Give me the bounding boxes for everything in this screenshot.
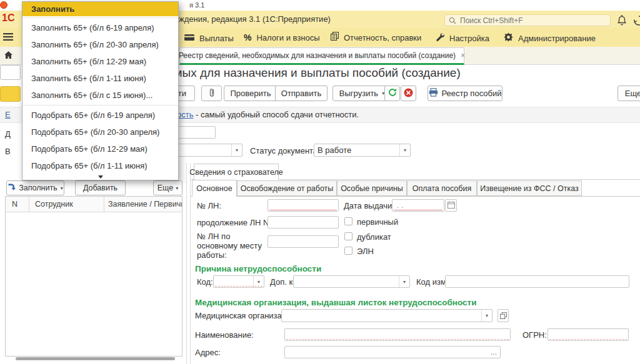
chevron-down-icon[interactable]: ▾: [399, 144, 410, 156]
menu-item-pick65-1[interactable]: Подобрать 65+ (б/л 6-19 апреля): [22, 107, 178, 124]
chevron-down-icon[interactable]: ▾: [399, 276, 409, 287]
medorg-open-button[interactable]: [498, 309, 509, 322]
menu-item-reports[interactable]: Отчетность, справки: [331, 32, 421, 43]
menu-item-pick65-3[interactable]: Подобрать 65+ (б/л 12-29 мая): [22, 140, 178, 157]
continuation-input[interactable]: [268, 216, 339, 229]
name-input[interactable]: [284, 328, 511, 341]
search-input[interactable]: [459, 16, 599, 26]
type-combo-fragment[interactable]: ▾: [168, 144, 242, 157]
document-tab-label: Реестр сведений, необходимых для назначе…: [179, 51, 456, 60]
refresh-icon: [388, 88, 397, 99]
menu-item-fill65-1[interactable]: Заполнить 65+ (б/л 6-19 апреля): [22, 19, 178, 36]
bell-icon: [617, 17, 627, 27]
duplicate-checkbox[interactable]: [344, 232, 352, 240]
history-icon: [633, 17, 640, 28]
primary-checkbox[interactable]: [344, 217, 352, 225]
fill-button[interactable]: Заполнить ▾: [6, 180, 64, 195]
column-divider[interactable]: [29, 197, 29, 212]
more-toolbar-button[interactable]: Еще: [618, 86, 640, 101]
document-tab[interactable]: Реестр сведений, необходимых для назначе…: [179, 47, 464, 65]
global-search[interactable]: [444, 14, 611, 26]
menu-item-fill65-2[interactable]: Заполнить 65+ (б/л 20-30 апреля): [22, 36, 178, 53]
send-button-label: Отправить: [281, 89, 321, 98]
column-header-n[interactable]: N: [12, 200, 18, 209]
menu-item-pick65-4[interactable]: Подобрать 65+ (б/л 1-11 июня): [22, 157, 178, 174]
primary-label: первичный: [357, 217, 398, 227]
horizontal-scrollbar[interactable]: [16, 357, 175, 360]
menu-item-fill65-3[interactable]: Заполнить 65+ (б/л 12-29 мая): [22, 53, 178, 70]
tab-payment-label: Оплата пособия: [412, 184, 471, 193]
refresh-button[interactable]: [384, 86, 400, 101]
chevron-down-icon[interactable]: ▾: [481, 310, 492, 322]
banner-text: ость - самый удобный способ сдачи отчетн…: [177, 110, 359, 119]
chevron-down-icon[interactable]: ▾: [253, 276, 264, 287]
code-combo[interactable]: ▾: [213, 275, 264, 288]
menu-item-fill65-5[interactable]: Заполнить 65+ (б/л с 15 июня)...: [22, 87, 178, 104]
add-button-label: Добавить: [83, 184, 118, 192]
status-combo[interactable]: В работе ▾: [314, 144, 411, 157]
main-menu-button[interactable]: [3, 32, 13, 43]
menu-item-fill[interactable]: Заполнить: [22, 2, 178, 16]
banner-left-link-fragment[interactable]: Е: [5, 110, 11, 119]
medorg-combo[interactable]: ▾: [281, 309, 492, 322]
main-ln-input[interactable]: [268, 235, 339, 248]
calendar-icon: [448, 200, 455, 211]
menu-item-settings[interactable]: Настройка: [436, 32, 489, 44]
add-button[interactable]: Добавить: [75, 180, 126, 195]
panel-splitter[interactable]: [186, 164, 187, 364]
status-value: В работе: [318, 145, 351, 155]
calendar-button[interactable]: [445, 199, 457, 212]
scroll-down-icon: [98, 175, 103, 179]
home-button[interactable]: [4, 51, 13, 62]
menu-label-taxes: Налоги и взносы: [256, 33, 319, 42]
tab-release[interactable]: Освобождение от работы: [237, 180, 337, 196]
menu-item-pick65-2[interactable]: Подобрать 65+ (б/л 20-30 апреля): [22, 124, 178, 140]
address-input[interactable]: ...: [284, 346, 501, 358]
history-button[interactable]: [633, 15, 640, 29]
addcode-combo[interactable]: ▾: [293, 275, 410, 288]
cancel-button[interactable]: [401, 86, 416, 101]
send-button[interactable]: Отправить: [275, 86, 328, 101]
percent-icon: %: [244, 32, 251, 42]
tab-payment[interactable]: Оплата пособия: [407, 180, 477, 196]
export-button[interactable]: Выгрузить ▾: [332, 86, 391, 101]
notifications-button[interactable]: [617, 15, 627, 28]
tab-insured[interactable]: Сведения о страхователе: [194, 164, 279, 180]
column-header-employee[interactable]: Сотрудник: [35, 200, 73, 209]
eln-checkbox[interactable]: [344, 247, 352, 255]
nav-button-fragment[interactable]: [0, 65, 21, 80]
eln-label: ЭЛН: [357, 247, 374, 256]
column-header-statement[interactable]: Заявление / Первичны: [108, 200, 182, 209]
tab-main[interactable]: Основное: [192, 180, 237, 197]
more-list-button[interactable]: Еще ▾: [153, 180, 182, 195]
menu-item-payments[interactable]: Выплаты: [184, 32, 234, 44]
menu-separator: [22, 105, 178, 106]
column-divider[interactable]: [104, 197, 104, 212]
menu-scroll-hint[interactable]: [22, 174, 178, 180]
menu-item-fill65-4[interactable]: Заполнить 65+ (б/л 1-11 июня): [22, 70, 178, 87]
registry-print-button[interactable]: Реестр пособий: [428, 86, 502, 101]
ln-input[interactable]: [268, 199, 339, 212]
verify-button[interactable]: Проверить: [224, 86, 278, 101]
tab-special[interactable]: Особые причины: [337, 180, 407, 196]
chevron-down-icon: ▾: [61, 185, 63, 191]
chevron-down-icon[interactable]: ▾: [231, 144, 242, 156]
menu-item-taxes[interactable]: % Налоги и взносы: [244, 32, 320, 42]
menu-item-admin[interactable]: Администрирование: [504, 32, 596, 44]
post-close-button-fragment[interactable]: [0, 86, 21, 102]
ogrn-input[interactable]: [548, 328, 629, 341]
close-tab-icon[interactable]: ×: [461, 51, 465, 60]
date-placeholder: . .: [397, 201, 403, 210]
changecode-input[interactable]: [445, 275, 629, 288]
ln-label: № ЛН:: [197, 201, 221, 210]
employees-table[interactable]: N Сотрудник Заявление / Первичны: [5, 196, 182, 357]
tab-notice[interactable]: Извещение из ФСС / Отказ: [477, 180, 582, 196]
address-more-button[interactable]: ...: [491, 348, 500, 357]
card-icon: [184, 32, 194, 44]
gear-icon: [504, 32, 513, 44]
banner-link-fragment[interactable]: ость: [177, 110, 193, 119]
issue-date-input[interactable]: . .: [392, 199, 444, 212]
attachments-button[interactable]: [201, 86, 222, 101]
issue-date-label: Дата выдачи:: [344, 201, 394, 210]
search-icon: [449, 17, 456, 24]
